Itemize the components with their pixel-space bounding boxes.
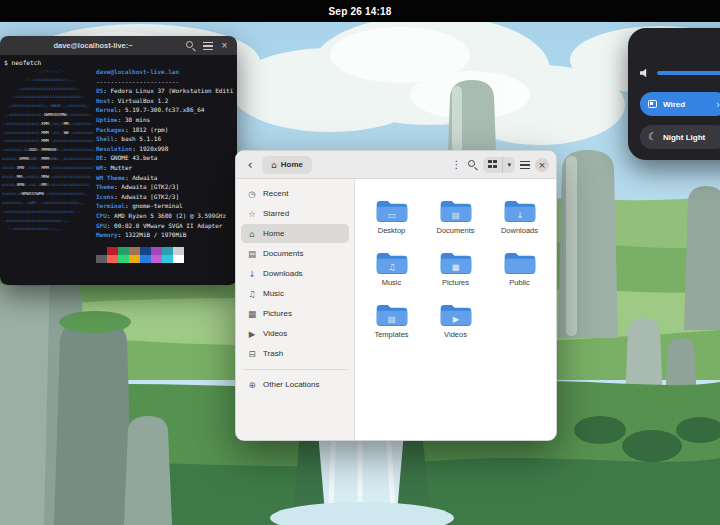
neofetch-info-line: Uptime: 30 mins xyxy=(96,115,233,125)
volume-slider[interactable] xyxy=(657,71,720,75)
terminal-close-button[interactable]: × xyxy=(218,39,231,52)
palette-swatch xyxy=(173,247,184,255)
quick-toggle-list: Wired›☾Night Light xyxy=(640,92,720,149)
palette-swatch xyxy=(162,255,173,263)
view-grid-button[interactable] xyxy=(483,157,502,173)
video-icon: ▶ xyxy=(247,329,257,339)
neofetch-info-line: Theme: Adwaita [GTK2/3] xyxy=(96,182,233,192)
files-sidebar: ◷Recent☆Starred⌂Home▤Documents↓Downloads… xyxy=(236,179,355,440)
svg-text:▦: ▦ xyxy=(452,262,460,272)
neofetch-divider: ----------------------- xyxy=(96,77,233,87)
svg-text:▤: ▤ xyxy=(452,210,460,220)
chevron-left-icon: ‹ xyxy=(247,159,252,171)
neofetch-info: dave@localhost-live.lan-----------------… xyxy=(96,67,233,240)
palette-swatch xyxy=(151,247,162,255)
star-icon: ☆ xyxy=(247,209,257,219)
sidebar-item-trash[interactable]: ⊟Trash xyxy=(241,344,349,363)
picture-icon: ▦ xyxy=(247,309,257,319)
folder-downloads[interactable]: ↓Downloads xyxy=(488,199,552,235)
neofetch-info-line: Shell: bash 5.1.16 xyxy=(96,134,233,144)
svg-text:♫: ♫ xyxy=(388,262,395,272)
neofetch-info-line: DE: GNOME 43.beta xyxy=(96,153,233,163)
trash-icon: ⊟ xyxy=(247,349,257,359)
neofetch-info-line: Memory: 1322MiB / 1970MiB xyxy=(96,230,233,240)
view-toggle-split-button: ▾ xyxy=(483,157,515,173)
path-button[interactable]: ⌂ Home xyxy=(262,156,312,174)
search-icon xyxy=(467,159,478,170)
grid-view-icon xyxy=(488,160,497,169)
neofetch-info-line: Kernel: 5.19.7-300.fc37.x86_64 xyxy=(96,105,233,115)
chevron-right-icon: › xyxy=(716,99,720,110)
palette-swatch xyxy=(140,247,151,255)
close-button[interactable]: × xyxy=(535,158,549,172)
quick-toggle-night-light[interactable]: ☾Night Light xyxy=(640,125,720,149)
svg-text:↓: ↓ xyxy=(516,210,523,220)
folder-icon: ▶ xyxy=(440,303,472,328)
sidebar-item-home[interactable]: ⌂Home xyxy=(241,224,349,243)
hamburger-menu-icon xyxy=(520,161,530,169)
chevron-down-icon: ▾ xyxy=(507,161,511,169)
terminal-palette xyxy=(96,247,184,263)
quick-toggle-wired[interactable]: Wired› xyxy=(640,92,720,116)
palette-swatch xyxy=(173,255,184,263)
neofetch-info-line: Icons: Adwaita [GTK2/3] xyxy=(96,192,233,202)
folder-icon: ♫ xyxy=(376,251,408,276)
files-content-area[interactable]: ▭Desktop▤Documents↓Downloads♫Music▦Pictu… xyxy=(355,179,556,440)
svg-text:▤: ▤ xyxy=(388,314,396,324)
volume-row xyxy=(640,68,720,78)
folder-icon: ▤ xyxy=(376,303,408,328)
document-icon: ▤ xyxy=(247,249,257,259)
neofetch-info-line: OS: Fedora Linux 37 (Workstation Editi xyxy=(96,86,233,96)
sidebar-item-recent[interactable]: ◷Recent xyxy=(241,184,349,203)
neofetch-info-line: Terminal: gnome-terminal xyxy=(96,201,233,211)
svg-text:▭: ▭ xyxy=(388,210,396,220)
sidebar-item-music[interactable]: ♫Music xyxy=(241,284,349,303)
clock-button[interactable]: Sep 26 14:18 xyxy=(319,4,402,19)
terminal-titlebar[interactable]: dave@localhost-live:~ × xyxy=(0,36,237,55)
desktop-screen: Sep 26 14:18 dave@localhost-live:~ × $ n… xyxy=(0,0,720,525)
terminal-search-button[interactable] xyxy=(184,39,197,52)
sidebar-item-other-locations[interactable]: ⊕ Other Locations xyxy=(241,375,349,394)
back-button[interactable]: ‹ xyxy=(243,157,257,173)
path-menu-button[interactable]: ⋮ xyxy=(450,159,462,170)
sidebar-item-pictures[interactable]: ▦Pictures xyxy=(241,304,349,323)
neofetch-info-line: Packages: 1812 (rpm) xyxy=(96,125,233,135)
neofetch-userhost: dave@localhost-live.lan xyxy=(96,67,233,77)
folder-pictures[interactable]: ▦Pictures xyxy=(424,251,488,287)
sidebar-item-downloads[interactable]: ↓Downloads xyxy=(241,264,349,283)
folder-music[interactable]: ♫Music xyxy=(360,251,424,287)
folder-icon: ▤ xyxy=(440,199,472,224)
palette-swatch xyxy=(118,255,129,263)
sidebar-item-starred[interactable]: ☆Starred xyxy=(241,204,349,223)
network-icon xyxy=(648,100,657,108)
neofetch-logo: .',;::::;,'. .';:cccccccccccc:;,. .;cccc… xyxy=(2,67,96,234)
volume-fill xyxy=(657,71,720,75)
folder-public[interactable]: Public xyxy=(488,251,552,287)
sidebar-item-videos[interactable]: ▶Videos xyxy=(241,324,349,343)
neofetch-info-line: WM: Mutter xyxy=(96,163,233,173)
terminal-body[interactable]: $ neofetch .',;::::;,'. .';:cccccccccccc… xyxy=(0,55,237,285)
folder-templates[interactable]: ▤Templates xyxy=(360,303,424,339)
other-locations-icon: ⊕ xyxy=(247,380,257,390)
top-bar: Sep 26 14:18 xyxy=(0,0,720,22)
folder-grid: ▭Desktop▤Documents↓Downloads♫Music▦Pictu… xyxy=(363,199,548,339)
palette-swatch xyxy=(162,247,173,255)
neofetch-info-line: Resolution: 1920x998 xyxy=(96,144,233,154)
terminal-menu-button[interactable] xyxy=(201,39,214,52)
search-button[interactable] xyxy=(467,159,478,170)
palette-swatch xyxy=(129,247,140,255)
neofetch-info-line: GPU: 00:02.0 VMware SVGA II Adapter xyxy=(96,221,233,231)
sidebar-divider xyxy=(243,369,347,370)
sidebar-item-documents[interactable]: ▤Documents xyxy=(241,244,349,263)
view-dropdown-button[interactable]: ▾ xyxy=(502,157,515,173)
folder-desktop[interactable]: ▭Desktop xyxy=(360,199,424,235)
folder-videos[interactable]: ▶Videos xyxy=(424,303,488,339)
folder-documents[interactable]: ▤Documents xyxy=(424,199,488,235)
close-icon: × xyxy=(538,160,546,170)
folder-icon: ↓ xyxy=(504,199,536,224)
palette-swatch xyxy=(107,255,118,263)
neofetch-info-line: CPU: AMD Ryzen 5 3600 (2) @ 3.599GHz xyxy=(96,211,233,221)
speaker-icon xyxy=(640,68,650,78)
main-menu-button[interactable] xyxy=(520,161,530,169)
files-headerbar[interactable]: ‹ ⌂ Home ⋮ ▾ × xyxy=(236,151,556,179)
